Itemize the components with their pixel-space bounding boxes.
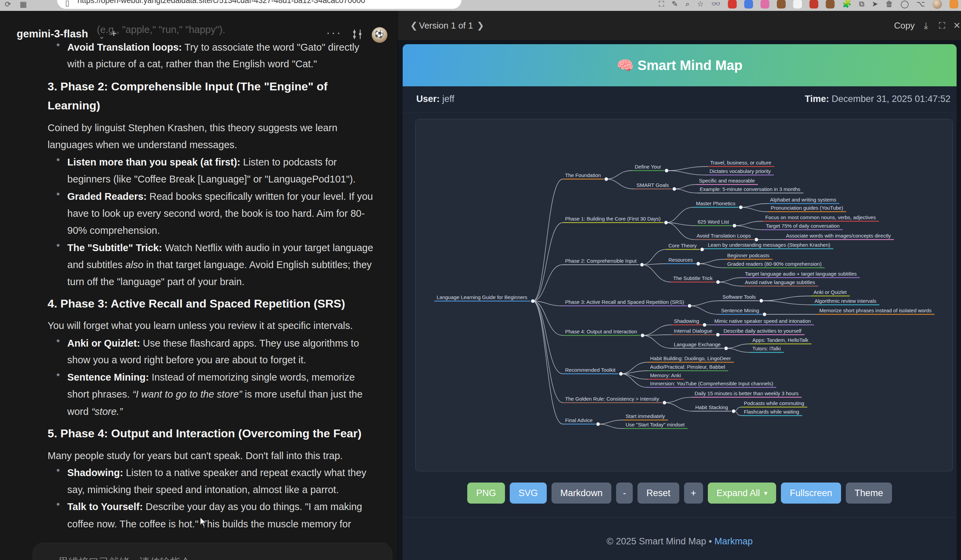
mindmap-node-label[interactable]: Resources bbox=[669, 257, 693, 263]
glasses-extension-icon[interactable]: 👓 bbox=[711, 0, 720, 8]
download-icon[interactable]: ⤓ bbox=[924, 11, 928, 40]
mindmap-node-toggle[interactable] bbox=[697, 262, 700, 265]
mindmap-node-toggle[interactable] bbox=[688, 304, 691, 308]
mindmap-node-label[interactable]: The Golden Rule: Consistency > Intensity bbox=[565, 396, 659, 402]
mindmap-node-label[interactable]: Dictates vocabulary priority bbox=[710, 168, 771, 174]
search-icon[interactable]: ⌕ bbox=[685, 0, 689, 8]
mindmap-node-toggle[interactable] bbox=[739, 205, 742, 209]
edit-icon[interactable]: ✎ bbox=[672, 0, 678, 8]
mindmap-canvas[interactable]: Language Learning Guide for BeginnersThe… bbox=[415, 119, 953, 471]
mindmap-node-label[interactable]: Phase 2: Comprehensible Input bbox=[565, 258, 637, 264]
mindmap-node-label[interactable]: Beginner podcasts bbox=[727, 252, 769, 258]
white-extension-icon[interactable] bbox=[793, 0, 802, 8]
chat-input[interactable]: 思维接口已就绪，请传输指令。 bbox=[33, 543, 392, 560]
mindmap-node-toggle[interactable] bbox=[619, 372, 622, 375]
mindmap-node-label[interactable]: The Subtitle Trick bbox=[673, 275, 713, 281]
cursor-tool-icon[interactable]: ➤ bbox=[872, 0, 878, 8]
mindmap-button-fullscreen[interactable]: Fullscreen bbox=[781, 483, 841, 504]
tab-overview-icon[interactable]: ⛶ bbox=[659, 0, 664, 8]
blue-extension-icon[interactable] bbox=[744, 0, 753, 8]
mindmap-node-toggle[interactable] bbox=[672, 187, 676, 191]
mindmap-node-label[interactable]: Pronunciation guides (YouTube) bbox=[771, 205, 843, 211]
trash-icon[interactable]: 🗑 bbox=[885, 0, 893, 8]
user-avatar[interactable]: ⚽ bbox=[372, 27, 387, 43]
mindmap-node-label[interactable]: Master Phonetics bbox=[696, 201, 735, 206]
mindmap-button--[interactable]: - bbox=[616, 483, 633, 504]
grid-icon[interactable]: ▦ bbox=[20, 0, 27, 9]
mindmap-node-label[interactable]: Target 75% of daily conversation bbox=[766, 223, 840, 229]
mindmap-node-toggle[interactable] bbox=[640, 263, 644, 266]
version-prev-icon[interactable]: ❮ bbox=[410, 11, 418, 40]
mindmap-node-label[interactable]: Associate words with images/concepts dir… bbox=[786, 233, 891, 239]
mindmap-node-label[interactable]: Daily 15 minutes is better than weekly 3… bbox=[694, 390, 799, 396]
mindmap-node-label[interactable]: Software Tools bbox=[722, 294, 756, 300]
mindmap-node-label[interactable]: Flashcards while waiting bbox=[744, 409, 799, 414]
mindmap-button--[interactable]: + bbox=[684, 483, 703, 504]
mindmap-node-toggle[interactable] bbox=[760, 299, 763, 302]
model-selector[interactable]: gemini-3-flash bbox=[17, 28, 88, 40]
close-icon[interactable]: ✕ bbox=[953, 11, 961, 40]
mindmap-node-toggle[interactable] bbox=[664, 221, 668, 224]
mindmap-node-label[interactable]: Avoid native language subtitles bbox=[745, 279, 815, 285]
mindmap-node-label[interactable]: Use "Start Today" mindset bbox=[625, 422, 685, 427]
mindmap-node-label[interactable]: Audio/Practical: Pimsleur, Babbel bbox=[650, 364, 725, 370]
mindmap-node-label[interactable]: Recommended Toolkit bbox=[565, 367, 616, 373]
mindmap-node-label[interactable]: Phase 4: Output and Interaction bbox=[565, 329, 637, 334]
mindmap-node-label[interactable]: Final Advice bbox=[565, 417, 593, 423]
mindmap-button-reset[interactable]: Reset bbox=[638, 483, 679, 504]
mindmap-node-toggle[interactable] bbox=[663, 401, 666, 404]
shortcut-icon[interactable]: ⌥ bbox=[916, 0, 925, 8]
mindmap-node-label[interactable]: Mimic native speaker speed and intonatio… bbox=[714, 318, 811, 324]
controls-sliders-icon[interactable] bbox=[352, 29, 363, 42]
mindmap-node-label[interactable]: Habit Building: Duolingo, LingoDeer bbox=[650, 355, 731, 361]
mindmap-node-toggle[interactable] bbox=[724, 347, 728, 350]
mindmap-node-label[interactable]: Immersion: YouTube (Comprehensible Input… bbox=[650, 380, 773, 387]
mindmap-node-label[interactable]: Internal Dialogue bbox=[674, 328, 712, 334]
more-options-icon[interactable]: ··· bbox=[326, 26, 342, 39]
mindmap-node-label[interactable]: Tutors: iTalki bbox=[752, 346, 781, 351]
mindmap-button-theme[interactable]: Theme bbox=[846, 483, 892, 504]
pink-ca-extension-icon[interactable] bbox=[760, 0, 769, 8]
mindmap-node-toggle[interactable] bbox=[733, 224, 736, 227]
mindmap-node-toggle[interactable] bbox=[531, 299, 535, 303]
reload-icon[interactable]: ⟳ bbox=[5, 0, 11, 9]
url-text[interactable]: https://open-webui.yangtzedaidata.site/c… bbox=[77, 0, 365, 5]
circle-icon[interactable]: ◯ bbox=[900, 0, 909, 8]
copy-button[interactable]: Copy bbox=[894, 11, 915, 40]
mindmap-node-label[interactable]: Phase 1: Building the Core (First 30 Day… bbox=[565, 216, 660, 221]
orange-extension-icon[interactable] bbox=[950, 0, 958, 8]
mindmap-node-toggle[interactable] bbox=[716, 333, 719, 336]
red-shield-extension-icon[interactable] bbox=[728, 0, 737, 8]
mindmap-node-label[interactable]: Start immediately bbox=[625, 413, 665, 419]
split-view-icon[interactable]: ⧉ bbox=[859, 0, 865, 8]
mindmap-node-label[interactable]: Graded readers (80-90% comprehension) bbox=[727, 261, 822, 267]
mindmap-node-label[interactable]: Habit Stacking bbox=[695, 404, 728, 410]
mindmap-button-markdown[interactable]: Markdown bbox=[551, 483, 612, 504]
mindmap-node-toggle[interactable] bbox=[703, 323, 706, 327]
mindmap-node-toggle[interactable] bbox=[641, 334, 644, 337]
version-next-icon[interactable]: ❯ bbox=[477, 11, 484, 40]
mindmap-node-label[interactable]: Specific and measurable bbox=[699, 178, 755, 183]
bookmark-star-icon[interactable]: ☆ bbox=[697, 0, 704, 8]
mindmap-node-label[interactable]: Focus on most common nouns, verbs, adjec… bbox=[765, 214, 876, 220]
mindmap-node-label[interactable]: Algorithmic review intervals bbox=[815, 298, 876, 304]
fullscreen-icon[interactable]: ⛶ bbox=[939, 11, 945, 40]
puzzle-extensions-icon[interactable]: 🧩 bbox=[842, 0, 851, 8]
mindmap-node-label[interactable]: Language Learning Guide for Beginners bbox=[437, 294, 527, 300]
mindmap-node-label[interactable]: 625 Word List bbox=[697, 219, 729, 225]
mindmap-svg[interactable]: Language Learning Guide for BeginnersThe… bbox=[415, 119, 953, 471]
mindmap-node-label[interactable]: Learn by understanding messages (Stephen… bbox=[708, 242, 830, 248]
mindmap-node-label[interactable]: Memorize short phrases instead of isolat… bbox=[819, 308, 931, 313]
mindmap-node-label[interactable]: Memory: Anki bbox=[650, 372, 681, 378]
mindmap-node-toggle[interactable] bbox=[665, 169, 668, 172]
mindmap-node-toggle[interactable] bbox=[732, 409, 735, 413]
mindmap-node-toggle[interactable] bbox=[596, 422, 600, 426]
markmap-link[interactable]: Markmap bbox=[714, 536, 753, 546]
mindmap-button-expand-all[interactable]: Expand All▾ bbox=[708, 483, 776, 504]
red-book-extension-icon[interactable] bbox=[810, 0, 818, 8]
mindmap-node-label[interactable]: Avoid Translation Loops bbox=[697, 233, 751, 239]
mindmap-node-toggle[interactable] bbox=[701, 248, 704, 251]
mindmap-node-label[interactable]: Phase 3: Active Recall and Spaced Repeti… bbox=[565, 299, 684, 305]
mindmap-node-toggle[interactable] bbox=[604, 177, 608, 181]
mindmap-node-label[interactable]: Apps: Tandem, HelloTalk bbox=[752, 337, 808, 343]
